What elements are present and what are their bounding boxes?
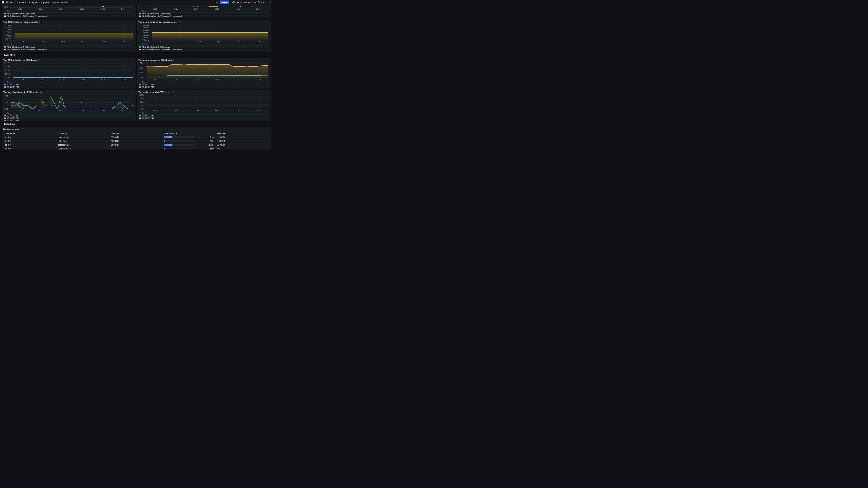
legend-item[interactable]: /dc-8-0/host/cluster-8-0/Resources/clust…: [3, 15, 134, 17]
disk-latency-chart[interactable]: 0 ms2 ms4 ms13:1013:1513:2013:2513:3013:…: [3, 94, 134, 112]
legend-item[interactable]: /dc-8-0/host/cluster-8-0/Resources: [3, 46, 134, 48]
legend-item[interactable]: /dc-8-0/host/cluster-8-0/Resources/clust…: [3, 17, 134, 18]
y-axis-label: 4000 shares: [3, 32, 11, 36]
legend-item[interactable]: /dc-8-0/host/cluster-8-0/Resources/clust…: [3, 48, 134, 50]
panel-packet-errors: Top packet errors by ESXi hosts i 0%25%5…: [137, 90, 271, 121]
dashboard-settings-icon[interactable]: ⚙: [216, 1, 218, 4]
x-axis-label: 13:25: [80, 79, 86, 81]
cpu-shares-chart[interactable]: 0 shares2000 shares4000 shares6000 share…: [3, 24, 134, 43]
legend-name-header[interactable]: Name: [3, 10, 134, 12]
column-header[interactable]: Disk free: [216, 132, 269, 135]
refresh-button[interactable]: 30s: [257, 1, 266, 4]
cell-datacenter: dc-8-0: [3, 147, 56, 149]
zoom-out-button[interactable]: [254, 2, 256, 3]
legend-item[interactable]: /dc-8-0/host/cluster-8-0/Resources/clust…: [138, 17, 269, 18]
series-color-chip: [4, 18, 6, 18]
cutoff-right-chart[interactable]: 13:1013:1513:2013:2513:3013:35: [138, 6, 269, 10]
chevron-down-icon: [265, 1, 266, 3]
legend: Name/dc-8-0/host/cluster-8-0/Resources/d…: [3, 43, 134, 52]
menu-icon[interactable]: [1, 1, 4, 4]
legend-item[interactable]: /dc-8-0/host/cluster-8-0/Resources/clust…: [138, 48, 269, 50]
info-icon[interactable]: i: [172, 91, 174, 93]
legend-item-label: 10.33.121.245: [142, 115, 154, 117]
share-button[interactable]: Share: [220, 1, 229, 4]
refresh-interval-label: 30s: [261, 1, 264, 4]
breadcrumb-home[interactable]: Home: [6, 1, 12, 4]
y-axis-label: 2000 shares: [3, 36, 11, 40]
column-header[interactable]: Datastore: [56, 132, 110, 135]
section-datastores[interactable]: Datastores: [2, 122, 270, 126]
cell-disk-total: 150 GiB: [110, 143, 163, 147]
info-icon[interactable]: i: [178, 21, 180, 23]
panel-header: Top avg disk latency by ESXi hosts i: [3, 91, 134, 94]
legend-item[interactable]: 10.33.121.249: [3, 119, 134, 121]
y-axis-label: 0.0%: [3, 77, 10, 79]
panel-title[interactable]: Top CPU utilization by ESXi hosts: [3, 59, 37, 61]
series-color-chip: [140, 18, 141, 18]
legend-item[interactable]: 10.33.121.249: [3, 86, 134, 88]
info-icon[interactable]: i: [21, 128, 23, 130]
x-axis-label: 13:20: [193, 8, 199, 10]
series-color-chip: [140, 115, 141, 116]
info-icon[interactable]: i: [38, 59, 40, 61]
y-axis-label: 2 ms: [3, 102, 8, 104]
column-header[interactable]: Disk utilization: [163, 132, 216, 135]
legend-item[interactable]: /dc-8-0/host/cluster-8-0/Resources/clust…: [138, 15, 269, 17]
legend-item[interactable]: /dc-8-0/host/cluster-8-0/Resources: [3, 12, 134, 15]
legend-item[interactable]: /dc-8-0/host/cluster-8-0/Resources: [138, 46, 269, 48]
section-esxi-hosts[interactable]: ESXi hosts: [2, 53, 270, 57]
memory-usage-chart[interactable]: 65%70%75%80%13:1013:1513:2013:2513:3013:…: [138, 62, 269, 81]
cpu-utilization-chart[interactable]: 0.0%25.0%50.0%75.0%100.0%13:1013:1513:20…: [3, 62, 134, 81]
breadcrumb-dashboards[interactable]: Dashboards: [15, 1, 26, 4]
legend-name-header[interactable]: Name: [3, 112, 134, 114]
y-axis-label: 0 shares: [138, 39, 149, 41]
x-axis-label: 13:25: [214, 8, 220, 10]
legend-item[interactable]: 10.33.121.245: [138, 83, 269, 86]
legend-name-header[interactable]: Name: [138, 43, 269, 46]
panel-title[interactable]: Datastores table: [3, 128, 20, 131]
legend-name-header[interactable]: Name: [138, 10, 269, 12]
panel-header: Top CPU utilization by ESXi hosts i: [3, 59, 134, 62]
legend-item[interactable]: /dc-8-0/host/cluster-8-0/Resources: [138, 12, 269, 15]
panel-title[interactable]: Top memory shares by resource pools: [138, 21, 177, 23]
series-color-chip: [140, 13, 141, 15]
utilization-percent: 2.8%: [194, 140, 214, 142]
legend-name-header[interactable]: Name: [3, 81, 134, 83]
packet-errors-chart[interactable]: 0%25%50%75%100%13:1013:1513:2013:2513:30…: [138, 94, 269, 112]
x-axis-label: 13:15: [173, 8, 179, 10]
info-icon[interactable]: i: [39, 21, 41, 23]
column-header[interactable]: Datacenter: [3, 132, 56, 135]
utilization-bar-track: [164, 144, 194, 146]
memory-shares-chart[interactable]: 0 shares100000 shares200000 shares300000…: [138, 24, 269, 43]
legend-name-header[interactable]: Name: [138, 112, 269, 114]
breadcrumb-folder[interactable]: Integration - vSphere: [29, 1, 49, 4]
series-color-chip: [140, 117, 141, 119]
legend-item-label: 10.33.121.245: [7, 115, 19, 117]
x-axis-label: 13:30: [235, 8, 241, 10]
x-axis-label: 13:30: [235, 110, 241, 112]
panel-title[interactable]: Top CPU shares by resource pools: [3, 21, 38, 23]
time-range-picker[interactable]: Last 30 minutes: [232, 1, 252, 4]
x-axis-label: 13:35: [256, 41, 262, 43]
series-color-chip: [4, 86, 6, 88]
info-icon[interactable]: i: [39, 91, 42, 93]
panel-title[interactable]: Top memory usage by ESXi hosts: [138, 59, 172, 61]
panel-title[interactable]: Top packet errors by ESXi hosts: [138, 91, 170, 93]
cutoff-left-chart[interactable]: 0 MHz13:1013:1513:2013:2513:3013:35: [3, 6, 134, 10]
legend-item[interactable]: 10.33.121.249: [138, 117, 269, 119]
legend-item[interactable]: 10.33.121.245: [138, 114, 269, 117]
collapse-controls-button[interactable]: [270, 2, 271, 3]
legend-item[interactable]: 10.33.121.249: [138, 86, 269, 88]
y-axis-label: 100000 shares: [138, 34, 149, 38]
panel-title[interactable]: Top avg disk latency by ESXi hosts: [3, 91, 38, 93]
cell-datacenter: dc-8-0: [3, 135, 56, 139]
info-icon[interactable]: i: [173, 59, 175, 61]
legend-item[interactable]: 10.33.121.245: [3, 83, 134, 86]
column-header[interactable]: Disk total: [110, 132, 163, 135]
legend-name-header[interactable]: Name: [3, 43, 134, 46]
legend-name-header[interactable]: Name: [138, 81, 269, 83]
legend-item[interactable]: 10.33.121.251: [3, 117, 134, 119]
legend-item[interactable]: 10.33.121.245: [3, 114, 134, 117]
breadcrumb-separator: ›: [50, 1, 51, 3]
y-axis-label: 50.0%: [3, 69, 10, 71]
